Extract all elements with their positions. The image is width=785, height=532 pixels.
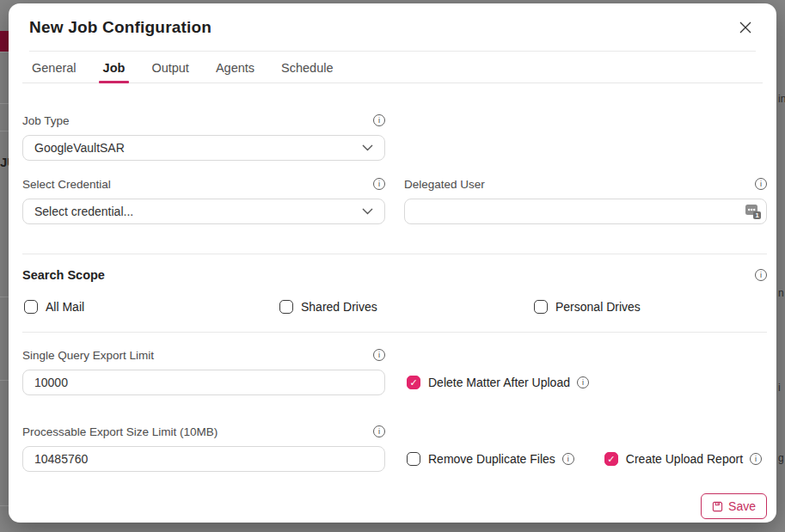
checkbox-label: Personal Drives [555, 300, 641, 314]
svg-text:1: 1 [755, 211, 758, 219]
search-scope-options: ✓ All Mail ✓ Shared Drives ✓ Personal Dr… [22, 300, 767, 314]
section-divider [22, 332, 767, 333]
background-text-fragment: in [778, 93, 785, 105]
section-divider [22, 254, 767, 254]
select-credential-field: Select Credential i Select credential... [22, 176, 385, 224]
tab-output[interactable]: Output [150, 52, 191, 83]
tab-agents[interactable]: Agents [214, 52, 256, 83]
info-icon[interactable]: i [750, 453, 762, 465]
checkbox-label: Remove Duplicate Files [428, 452, 555, 466]
delegated-user-label: Delegated User [404, 178, 485, 191]
save-icon [712, 501, 723, 512]
info-icon[interactable]: i [755, 269, 767, 281]
dialog-title: New Job Configuration [29, 18, 212, 37]
screen-backdrop: JU in n i g New Job Configuration Genera… [0, 0, 785, 532]
upload-options-row: ✓ Remove Duplicate Files i ✓ Create Uplo… [404, 446, 767, 472]
tab-general[interactable]: General [30, 52, 78, 83]
info-icon[interactable]: i [577, 376, 589, 388]
checkbox-icon: ✓ [279, 300, 293, 314]
checkbox-create-upload-report[interactable]: ✓ Create Upload Report [604, 452, 743, 466]
info-icon[interactable]: i [755, 178, 767, 190]
info-icon[interactable]: i [373, 114, 385, 126]
info-icon[interactable]: i [373, 178, 385, 190]
info-icon[interactable]: i [373, 349, 385, 361]
job-type-value: GoogleVaultSAR [34, 141, 125, 155]
single-query-export-limit-input[interactable] [22, 370, 385, 395]
job-type-field: Job Type i GoogleVaultSAR [22, 113, 385, 161]
background-text-fragment: g [778, 452, 785, 464]
close-icon[interactable] [735, 17, 756, 38]
chevron-down-icon [362, 144, 373, 151]
select-credential-label: Select Credential [22, 178, 111, 191]
autofill-extension-icon[interactable]: 1 [745, 203, 762, 220]
info-icon[interactable]: i [373, 425, 385, 437]
checkbox-label: Delete Matter After Upload [428, 376, 570, 389]
checkbox-shared-drives[interactable]: ✓ Shared Drives [279, 300, 534, 314]
single-query-export-limit-field: Single Query Export Limit i [22, 347, 385, 395]
dialog-header: New Job Configuration [9, 3, 776, 52]
job-type-select[interactable]: GoogleVaultSAR [22, 135, 385, 161]
delete-matter-row: ✓ Delete Matter After Upload i [404, 370, 767, 395]
checkbox-icon: ✓ [604, 452, 618, 466]
checkbox-icon: ✓ [534, 300, 548, 314]
checkbox-label: All Mail [46, 300, 84, 314]
checkbox-delete-matter-after-upload[interactable]: ✓ Delete Matter After Upload [407, 376, 570, 389]
info-icon[interactable]: i [562, 453, 574, 465]
new-job-configuration-dialog: New Job Configuration General Job Output… [9, 3, 776, 523]
checkbox-label: Create Upload Report [626, 452, 743, 466]
delegated-user-input[interactable] [404, 199, 767, 224]
background-text-fragment: i [778, 382, 785, 394]
select-credential-select[interactable]: Select credential... [22, 199, 385, 224]
background-text-fragment: n [778, 287, 785, 299]
delegated-user-field: Delegated User i 1 [404, 176, 767, 224]
processable-export-size-limit-field: Processable Export Size Limit (10MB) i [22, 424, 385, 472]
save-button-label: Save [728, 499, 756, 513]
checkbox-icon: ✓ [407, 452, 420, 466]
checkbox-remove-duplicate-files[interactable]: ✓ Remove Duplicate Files [407, 452, 555, 466]
checkbox-personal-drives[interactable]: ✓ Personal Drives [534, 300, 767, 314]
dialog-tabs: General Job Output Agents Schedule [9, 52, 776, 83]
checkbox-icon: ✓ [24, 300, 38, 314]
select-credential-value: Select credential... [34, 205, 133, 218]
single-query-export-limit-label: Single Query Export Limit [22, 349, 154, 362]
checkbox-all-mail[interactable]: ✓ All Mail [24, 300, 279, 314]
dialog-body: Job Type i GoogleVaultSAR [9, 83, 776, 523]
tab-schedule[interactable]: Schedule [279, 52, 334, 83]
chevron-down-icon [362, 208, 373, 215]
job-type-label: Job Type [22, 114, 70, 127]
search-scope-section: Search Scope i [22, 266, 767, 284]
checkbox-label: Shared Drives [301, 300, 377, 314]
dialog-footer: Save [22, 493, 767, 519]
processable-export-size-limit-input[interactable] [22, 446, 385, 472]
tab-job[interactable]: Job [101, 52, 127, 83]
processable-export-size-limit-label: Processable Export Size Limit (10MB) [22, 425, 218, 438]
save-button[interactable]: Save [701, 493, 767, 519]
checkbox-icon: ✓ [407, 376, 420, 389]
search-scope-heading: Search Scope [22, 268, 105, 282]
